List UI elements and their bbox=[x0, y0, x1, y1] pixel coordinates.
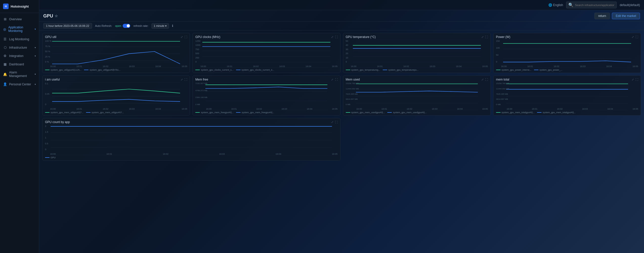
fullscreen-icon[interactable]: ⛶ bbox=[335, 121, 338, 124]
fullscreen-icon[interactable]: ⛶ bbox=[184, 35, 187, 39]
topbar: 🌐 English 🔍 default(default) bbox=[39, 0, 644, 10]
time-range-selector[interactable]: 1 hour before 2023-05-06 16:06:22 bbox=[43, 23, 92, 29]
refresh-rate-selector[interactable]: 1 minute ▾ bbox=[152, 23, 169, 29]
chart-legend: system_gpu_temperatureg... system_gpu_te… bbox=[346, 69, 488, 71]
legend-label: system_gpu_util|gpu#0|h7b1... bbox=[90, 69, 120, 71]
chart-body: 150 100 50 0 bbox=[496, 40, 638, 68]
legend-label: system_gpu_mem_utilgpu#0|7... bbox=[51, 111, 83, 114]
alarm-icon: 🔔 bbox=[3, 72, 7, 76]
chart-body: 50 40 30 20 10 0 bbox=[346, 40, 488, 68]
sidebar-item-label: Alarm Management bbox=[9, 71, 33, 78]
expand-icon[interactable]: ⤢ bbox=[331, 121, 333, 124]
auto-refresh-toggle[interactable]: open bbox=[115, 24, 130, 28]
chart-legend: system_gpu_power_interne... system_gpu_p… bbox=[496, 69, 638, 71]
app-monitoring-icon: ◎ bbox=[3, 27, 6, 31]
chart-title: Power (W) bbox=[496, 35, 510, 39]
expand-icon[interactable]: ⤢ bbox=[181, 35, 183, 39]
legend-item: system_gpu_util|gpu#0|h7b1... bbox=[84, 69, 120, 71]
sidebar-item-overview[interactable]: ⊞ Overview bbox=[0, 15, 39, 23]
legend-item: system_gpu_clocks_current_4... bbox=[236, 69, 274, 71]
chart-header: GPU clocks (MHz) ⤢ ⛶ bbox=[195, 35, 337, 39]
page-header: GPU ☆ return Edit the market bbox=[39, 10, 644, 22]
expand-icon[interactable]: ⤢ bbox=[481, 35, 484, 39]
expand-icon[interactable]: ⤢ bbox=[181, 78, 183, 81]
expand-icon[interactable]: ⤢ bbox=[632, 35, 634, 39]
sidebar-item-dashboard[interactable]: ▦ Dashboard bbox=[0, 60, 39, 68]
chart-actions: ⤢ ⛶ bbox=[331, 78, 338, 81]
sidebar-item-app-monitoring[interactable]: ◎ Application Monitoring ▾ bbox=[0, 23, 39, 35]
logo-icon: H bbox=[3, 4, 9, 9]
chevron-down-icon: ▾ bbox=[35, 55, 36, 57]
legend-item: system_gpu_mem_usedgpu#0|... bbox=[346, 111, 385, 114]
legend-item: system_gpu_mem_totalgpu#0|... bbox=[537, 111, 575, 114]
legend-color bbox=[45, 70, 50, 70]
infrastructure-icon: ⬡ bbox=[3, 46, 7, 49]
integration-icon: ⚙ bbox=[3, 54, 7, 58]
x-axis-labels: 16:00 16:01 16:02 16:03 16:04 16:05 bbox=[50, 65, 187, 68]
legend-label: system_gpu_mem_usedgpu#0|... bbox=[393, 111, 426, 114]
fullscreen-icon[interactable]: ⛶ bbox=[485, 78, 488, 81]
legend-label: system_gpu_clocks_current_4... bbox=[242, 69, 274, 71]
star-icon[interactable]: ☆ bbox=[55, 14, 58, 18]
app-logo: H Holoinsight bbox=[0, 0, 39, 13]
legend-label: system_gpu_mem_totalgpu#0|... bbox=[543, 111, 575, 114]
legend-color bbox=[236, 70, 241, 70]
x-axis-labels: 16:00 16:01 16:02 16:03 16:04 16:05 bbox=[206, 108, 337, 110]
x-axis-labels: 16:00 16:01 16:02 16:03 16:04 16:05 bbox=[50, 108, 187, 110]
chart-actions: ⤢ ⛶ bbox=[181, 78, 187, 81]
legend-item: system_gpu_temperatureg... bbox=[346, 69, 380, 71]
sidebar-item-label: Infrastructure bbox=[9, 46, 27, 49]
search-input[interactable] bbox=[575, 4, 614, 7]
chart-power: Power (W) ⤢ ⛶ 150 100 50 0 bbox=[493, 33, 641, 73]
fullscreen-icon[interactable]: ⛶ bbox=[335, 78, 338, 81]
user-label: default(default) bbox=[620, 3, 640, 7]
legend-item: system_gpu_mem_totalgpu#0|... bbox=[496, 111, 534, 114]
fullscreen-icon[interactable]: ⛶ bbox=[184, 78, 187, 81]
legend-color bbox=[537, 112, 542, 113]
sidebar-item-integration[interactable]: ⚙ Integration ▾ bbox=[0, 52, 39, 60]
page-title: GPU ☆ bbox=[43, 13, 58, 19]
log-monitoring-icon: ☰ bbox=[3, 37, 7, 41]
language-selector[interactable]: 🌐 English bbox=[548, 3, 563, 7]
toggle-button[interactable] bbox=[123, 24, 130, 28]
x-axis-labels: 16:00 16:01 16:02 16:03 16:04 16:05 bbox=[50, 153, 338, 155]
expand-icon[interactable]: ⤢ bbox=[481, 78, 484, 81]
globe-icon: 🌐 bbox=[548, 3, 552, 7]
sidebar-item-label: Integration bbox=[9, 54, 24, 58]
charts-row-2: i am useful ⤢ ⛶ 0.1 0.05 0 bbox=[42, 75, 641, 115]
expand-icon[interactable]: ⤢ bbox=[632, 78, 634, 81]
chart-legend: system_gpu_util|gpu#0|1125... system_gpu… bbox=[45, 69, 187, 71]
fullscreen-icon[interactable]: ⛶ bbox=[635, 78, 638, 81]
legend-item: system_gpu_temperaturepu... bbox=[383, 69, 419, 71]
legend-color bbox=[45, 112, 50, 113]
chart-mem-free: Mem free ⤢ ⛶ 7152.557 MB 4768.372 MB 238… bbox=[192, 75, 340, 115]
legend-label: system_gpu_power_interne... bbox=[502, 69, 531, 71]
legend-label: GPU bbox=[51, 156, 56, 159]
chevron-down-icon: ▾ bbox=[165, 24, 167, 27]
x-axis-labels: 16:00 16:01 16:02 16:03 16:04 16:05 bbox=[507, 108, 638, 110]
expand-icon[interactable]: ⤢ bbox=[331, 78, 333, 81]
search-bar[interactable]: 🔍 bbox=[566, 2, 617, 8]
return-button[interactable]: return bbox=[594, 13, 610, 19]
chart-actions: ⤢ ⛶ bbox=[481, 78, 488, 81]
chevron-down-icon: ▾ bbox=[35, 83, 36, 86]
fullscreen-icon[interactable]: ⛶ bbox=[335, 35, 338, 39]
chart-header: GPU temperature (°C) ⤢ ⛶ bbox=[346, 35, 488, 39]
sidebar-item-alarm[interactable]: 🔔 Alarm Management ▾ bbox=[0, 68, 39, 80]
sidebar-item-personal[interactable]: 👤 Personal Center ▾ bbox=[0, 80, 39, 88]
edit-market-button[interactable]: Edit the market bbox=[612, 13, 640, 19]
main-content: 🌐 English 🔍 default(default) GPU ☆ retur… bbox=[39, 0, 644, 253]
fullscreen-icon[interactable]: ⛶ bbox=[485, 35, 488, 39]
chart-legend: system_gpu_mem_freegpu#0|... system_gpu_… bbox=[195, 111, 337, 114]
expand-icon[interactable]: ⤢ bbox=[331, 35, 333, 39]
chart-body: 100 % 75 % 50 % 25 % 0 % bbox=[45, 40, 187, 68]
chart-actions: ⤢ ⛶ bbox=[632, 78, 638, 81]
chart-title: Mem free bbox=[195, 78, 208, 81]
info-icon[interactable]: ℹ bbox=[172, 24, 173, 28]
sidebar-item-infrastructure[interactable]: ⬡ Infrastructure ▾ bbox=[0, 43, 39, 52]
sidebar: H Holoinsight ⊞ Overview ◎ Application M… bbox=[0, 0, 39, 253]
legend-item: system_gpu_clocks_current_s... bbox=[195, 69, 233, 71]
fullscreen-icon[interactable]: ⛶ bbox=[635, 35, 638, 39]
chevron-down-icon: ▾ bbox=[35, 73, 36, 75]
sidebar-item-log-monitoring[interactable]: ☰ Log Monitoring bbox=[0, 35, 39, 43]
